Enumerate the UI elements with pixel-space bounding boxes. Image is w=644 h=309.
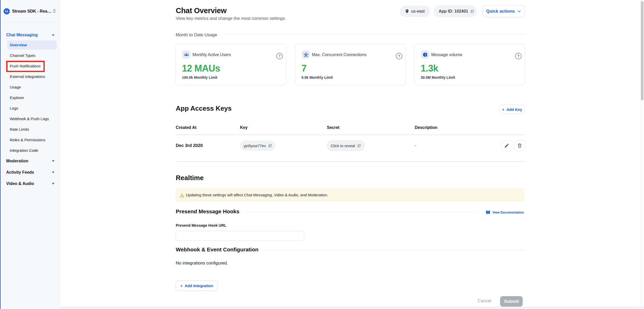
svg-text:?: ? (398, 54, 400, 58)
svg-text:?: ? (279, 54, 281, 58)
svg-text:?: ? (517, 54, 520, 58)
